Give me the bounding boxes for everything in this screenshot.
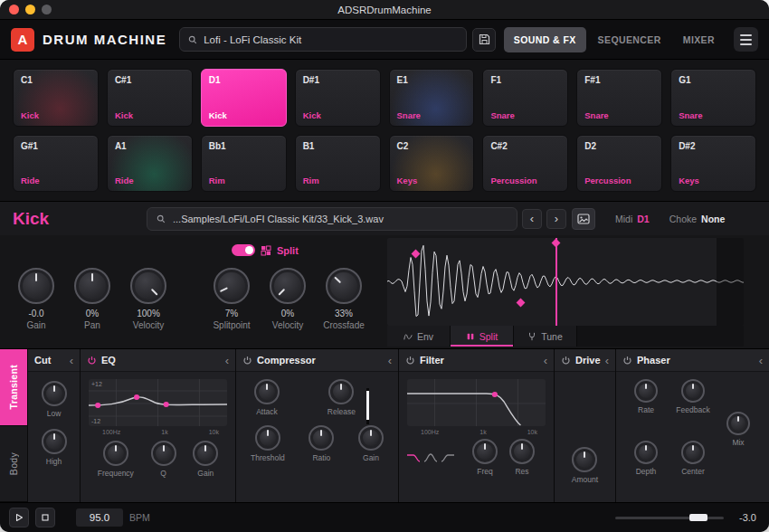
fx-tab-body[interactable]: Body xyxy=(0,426,27,503)
knob-body xyxy=(274,272,301,299)
feedback-knob[interactable] xyxy=(681,379,705,403)
pad-note: D1 xyxy=(209,75,279,85)
collapse-icon[interactable]: ‹ xyxy=(70,355,73,366)
velocity-knob[interactable] xyxy=(130,268,166,304)
wave-tab-tune[interactable]: Tune xyxy=(514,326,577,347)
low-knob[interactable] xyxy=(42,381,67,406)
freq-knob[interactable] xyxy=(472,439,498,464)
level-value: -3.0 xyxy=(739,512,756,523)
prev-sample-button[interactable]: ‹ xyxy=(522,209,542,229)
wave-tab-split[interactable]: Split xyxy=(451,326,514,347)
compressor-panel: Compressor ‹ AttackRelease ThresholdRati… xyxy=(235,349,398,502)
midi-value[interactable]: D1 xyxy=(637,214,649,224)
rate-knob[interactable] xyxy=(634,379,658,403)
pad-Cs2[interactable]: C#2Percussion xyxy=(482,135,568,193)
fx-tab-transient[interactable]: Transient xyxy=(0,349,27,426)
pad-F1[interactable]: F1Snare xyxy=(482,69,568,127)
velocity-knob[interactable] xyxy=(270,268,306,304)
choke-setting: Choke None xyxy=(669,214,726,224)
bandpass-filter-icon[interactable] xyxy=(423,452,438,462)
power-icon[interactable] xyxy=(242,356,252,366)
pad-B1[interactable]: B1Rim xyxy=(295,135,381,193)
cut-knobs: LowHigh xyxy=(28,372,80,466)
bpm-value[interactable]: 95.0 xyxy=(76,508,123,527)
level-slider-thumb[interactable] xyxy=(689,514,707,521)
collapse-icon[interactable]: ‹ xyxy=(388,355,392,366)
cut-panel: Cut ‹ LowHigh xyxy=(27,349,80,502)
collapse-icon[interactable]: ‹ xyxy=(544,355,547,366)
collapse-icon[interactable]: ‹ xyxy=(605,355,609,366)
power-icon[interactable] xyxy=(405,356,415,366)
tab-sound-fx[interactable]: SOUND & FX xyxy=(504,27,586,52)
q-knob[interactable] xyxy=(151,441,176,466)
pad-note: G#1 xyxy=(21,141,90,151)
split-toggle[interactable] xyxy=(232,244,255,256)
knob-value: 7% xyxy=(225,309,238,318)
stop-button[interactable] xyxy=(35,508,55,527)
pad-Ds2[interactable]: D#2Keys xyxy=(670,135,756,193)
collapse-icon[interactable]: ‹ xyxy=(225,355,229,366)
mix-knob[interactable] xyxy=(726,412,750,435)
waveform-display[interactable] xyxy=(387,238,744,326)
attack-knob[interactable] xyxy=(254,379,280,404)
wave-tab-env[interactable]: Env xyxy=(387,326,451,347)
menu-button[interactable] xyxy=(734,27,758,52)
play-button[interactable] xyxy=(9,508,29,527)
pad-E1[interactable]: E1Snare xyxy=(389,69,475,127)
sample-browser-button[interactable] xyxy=(572,208,595,230)
choke-value[interactable]: None xyxy=(701,214,725,224)
collapse-icon[interactable]: ‹ xyxy=(759,355,763,366)
power-icon[interactable] xyxy=(87,356,97,366)
pad-name: Kick xyxy=(209,110,227,120)
ratio-knob[interactable] xyxy=(309,425,334,451)
pan-knob[interactable] xyxy=(74,268,110,304)
high-knob[interactable] xyxy=(42,429,67,454)
amount-knob[interactable] xyxy=(572,447,597,472)
power-icon[interactable] xyxy=(622,356,632,366)
release-knob[interactable] xyxy=(328,379,354,404)
pad-note: A1 xyxy=(115,141,185,151)
kit-search-input[interactable]: Lofi - LoFi Classic Kit xyxy=(179,27,467,52)
center-knob[interactable] xyxy=(681,441,705,464)
knob-label: Release xyxy=(328,407,356,416)
pad-Fs1[interactable]: F#1Snare xyxy=(576,69,662,127)
pad-D2[interactable]: D2Percussion xyxy=(576,135,662,193)
save-button[interactable] xyxy=(472,28,496,52)
pad-name: Rim xyxy=(209,176,225,185)
next-sample-button[interactable]: › xyxy=(546,209,566,229)
pad-note: C2 xyxy=(397,141,467,151)
split-playhead[interactable] xyxy=(555,238,557,326)
pad-Ds1[interactable]: D#1Kick xyxy=(295,69,381,127)
tab-mixer[interactable]: MIXER xyxy=(673,27,725,52)
depth-knob[interactable] xyxy=(634,441,658,464)
threshold-knob[interactable] xyxy=(255,425,280,451)
highpass-filter-icon[interactable] xyxy=(441,452,455,462)
level-slider[interactable] xyxy=(615,517,724,519)
frequency-knob[interactable] xyxy=(103,441,128,466)
pad-Gs1[interactable]: G#1Ride xyxy=(13,135,99,193)
gain-knob[interactable] xyxy=(193,441,218,466)
fx-side-tabs: TransientBody xyxy=(0,349,27,502)
power-icon[interactable] xyxy=(561,356,571,366)
pad-C2[interactable]: C2Keys xyxy=(389,135,475,193)
tab-sequencer[interactable]: SEQUENCER xyxy=(588,27,671,52)
knob-label: Q xyxy=(160,469,166,478)
phaser-panel: Phaser ‹ RateFeedbackMixDepthCenter xyxy=(615,349,769,502)
lowpass-filter-icon[interactable] xyxy=(406,452,421,462)
splitpoint-knob[interactable] xyxy=(214,268,250,304)
pad-D1[interactable]: D1Kick xyxy=(201,69,287,127)
eq-graph[interactable]: +12 -12 xyxy=(89,379,227,426)
pad-Cs1[interactable]: C#1Kick xyxy=(107,69,193,127)
menu-icon xyxy=(740,39,752,41)
res-knob[interactable] xyxy=(509,439,535,464)
sample-search-input[interactable]: ...Samples/LoFi/LoFI Classic Kit/33_Kick… xyxy=(147,207,517,231)
pad-A1[interactable]: A1Ride xyxy=(107,135,193,193)
filter-graph[interactable] xyxy=(407,379,546,426)
pad-Bb1[interactable]: Bb1Rim xyxy=(201,135,287,193)
gain-knob[interactable] xyxy=(358,425,384,451)
crossfade-knob[interactable] xyxy=(326,268,362,304)
pad-C1[interactable]: C1Kick xyxy=(13,69,99,127)
gain-knob[interactable] xyxy=(18,268,54,304)
pad-G1[interactable]: G1Snare xyxy=(670,69,756,127)
filter-x-labels: 100Hz 1k 10k xyxy=(399,428,554,435)
